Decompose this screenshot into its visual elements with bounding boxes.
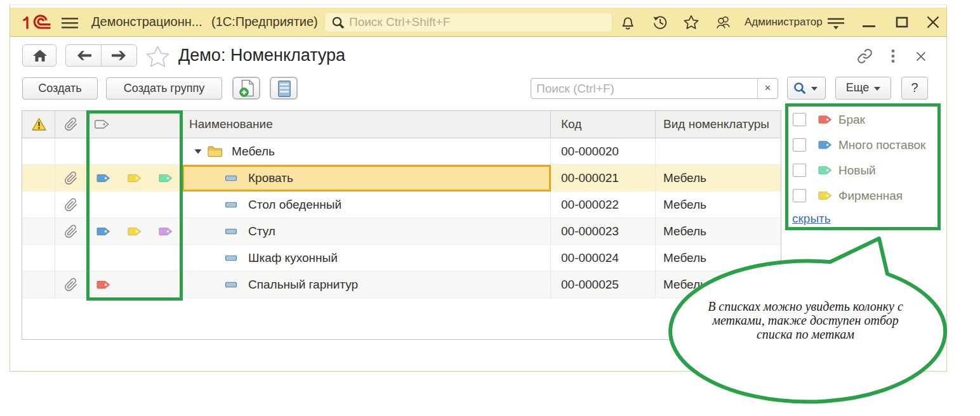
create-button[interactable]: Создать bbox=[22, 77, 98, 100]
app-title-base: Демонстрационн... bbox=[91, 15, 202, 29]
tag-green-icon bbox=[818, 166, 832, 174]
more-button-label: Еще bbox=[846, 81, 870, 94]
global-search bbox=[324, 12, 612, 32]
cell-type: Мебель bbox=[656, 192, 781, 218]
paperclip-icon bbox=[64, 278, 78, 292]
forward-arrow-icon bbox=[111, 49, 128, 62]
cell-name: Спальный гарнитур bbox=[182, 271, 551, 298]
main-menu-icon[interactable] bbox=[62, 18, 78, 29]
row-name: Шкаф кухонный bbox=[248, 245, 338, 271]
cell-code: 00-000025 bbox=[551, 271, 656, 298]
tag-filter-item: Много поставок bbox=[788, 138, 934, 152]
cell-name: Стол обеденный bbox=[182, 192, 551, 218]
row-name: Спальный гарнитур bbox=[248, 271, 358, 297]
home-icon bbox=[32, 49, 48, 63]
tag-filter-item: Новый bbox=[788, 164, 934, 178]
favorite-page-star-icon[interactable] bbox=[145, 45, 171, 69]
list-icon bbox=[278, 81, 291, 97]
cell-code: 00-000020 bbox=[551, 138, 656, 165]
cell-type: Мебель bbox=[656, 165, 781, 192]
cell-warning bbox=[22, 218, 55, 245]
list-search-input[interactable] bbox=[536, 79, 752, 98]
expand-triangle-icon[interactable] bbox=[194, 149, 202, 154]
current-user[interactable]: Администратор bbox=[745, 8, 823, 36]
help-button[interactable]: ? bbox=[901, 77, 928, 100]
cell-attachment bbox=[55, 245, 87, 271]
search-icon bbox=[331, 16, 345, 30]
cell-code: 00-000024 bbox=[551, 245, 656, 271]
item-icon bbox=[225, 282, 237, 288]
create-group-button[interactable]: Создать группу bbox=[106, 77, 222, 100]
home-button[interactable] bbox=[22, 44, 56, 67]
global-search-input[interactable] bbox=[349, 13, 603, 32]
more-button[interactable]: Еще bbox=[835, 77, 891, 100]
maximize-button[interactable] bbox=[894, 14, 910, 30]
cell-warning bbox=[22, 271, 55, 298]
tag-filter-label[interactable]: Фирменная bbox=[838, 188, 903, 204]
page-title: Демо: Номенклатура bbox=[178, 44, 345, 67]
new-document-icon bbox=[237, 79, 256, 98]
paperclip-icon bbox=[64, 117, 78, 131]
tag-filter-checkbox[interactable] bbox=[793, 189, 806, 202]
paperclip-icon bbox=[64, 171, 78, 185]
tag-filter-checkbox[interactable] bbox=[793, 113, 806, 126]
tag-column-annotation bbox=[86, 110, 183, 301]
hide-filter-link[interactable]: скрыть bbox=[792, 212, 831, 226]
1c-logo-icon bbox=[22, 15, 51, 30]
list-search: × bbox=[531, 78, 778, 99]
tag-yellow-icon bbox=[818, 192, 832, 200]
more-caret-icon bbox=[874, 87, 880, 91]
choose-from-list-button[interactable] bbox=[270, 77, 298, 100]
header-code-column[interactable]: Код bbox=[551, 111, 656, 138]
current-cell-highlight bbox=[182, 165, 551, 192]
tag-filter-checkbox[interactable] bbox=[793, 138, 806, 152]
header-warning-column[interactable] bbox=[22, 111, 55, 138]
tag-red-icon bbox=[818, 115, 832, 124]
tag-filter-label[interactable]: Новый bbox=[838, 163, 876, 178]
close-window-button[interactable] bbox=[925, 14, 941, 30]
tag-filter-label[interactable]: Много поставок bbox=[838, 138, 925, 153]
cell-warning bbox=[22, 138, 55, 165]
more-actions-dots-icon[interactable] bbox=[889, 49, 897, 64]
tag-filter-item: Брак bbox=[788, 113, 934, 127]
warning-icon bbox=[32, 118, 46, 131]
header-name-column[interactable]: Наименование bbox=[182, 111, 551, 138]
app-title-product: (1С:Предприятие) bbox=[211, 15, 318, 29]
close-form-icon[interactable] bbox=[916, 51, 926, 62]
find-button[interactable] bbox=[787, 77, 826, 100]
settings-menu-icon[interactable] bbox=[828, 15, 844, 32]
cell-name: Кровать bbox=[182, 165, 551, 192]
row-name: Мебель bbox=[232, 138, 275, 164]
tag-filter-label[interactable]: Брак bbox=[838, 112, 865, 127]
cell-code: 00-000023 bbox=[551, 218, 656, 245]
cell-name: Шкаф кухонный bbox=[182, 245, 551, 271]
paperclip-icon bbox=[64, 224, 78, 238]
cell-name: Мебель bbox=[182, 138, 551, 165]
cell-name: Стул bbox=[182, 218, 551, 245]
paperclip-icon bbox=[64, 198, 78, 212]
item-icon bbox=[225, 256, 237, 261]
item-icon bbox=[225, 229, 237, 235]
forward-button[interactable] bbox=[102, 45, 137, 66]
back-arrow-icon bbox=[76, 49, 92, 62]
cell-code: 00-000022 bbox=[551, 192, 656, 218]
clear-search-button[interactable]: × bbox=[757, 79, 778, 98]
minimize-button[interactable] bbox=[861, 14, 877, 30]
create-new-item-button[interactable] bbox=[232, 77, 260, 100]
notifications-bell-icon[interactable] bbox=[619, 14, 636, 30]
users-icon[interactable] bbox=[715, 14, 731, 30]
tag-filter-checkbox[interactable] bbox=[793, 164, 806, 177]
history-icon[interactable] bbox=[652, 14, 668, 30]
header-attachment-column[interactable] bbox=[55, 111, 87, 138]
header-type-column[interactable]: Вид номенклатуры bbox=[656, 111, 782, 138]
row-name: Стол обеденный bbox=[248, 192, 341, 218]
back-button[interactable] bbox=[66, 45, 102, 66]
find-caret-icon bbox=[811, 87, 818, 91]
favorites-star-icon[interactable] bbox=[683, 14, 699, 30]
cell-code: 00-000021 bbox=[551, 165, 656, 192]
nav-back-forward bbox=[65, 44, 137, 67]
row-name: Стул bbox=[248, 218, 275, 244]
titlebar: Демонстрационн... (1С:Предприятие) bbox=[10, 8, 946, 37]
find-magnifier-icon bbox=[793, 82, 807, 95]
get-link-icon[interactable] bbox=[857, 48, 873, 64]
